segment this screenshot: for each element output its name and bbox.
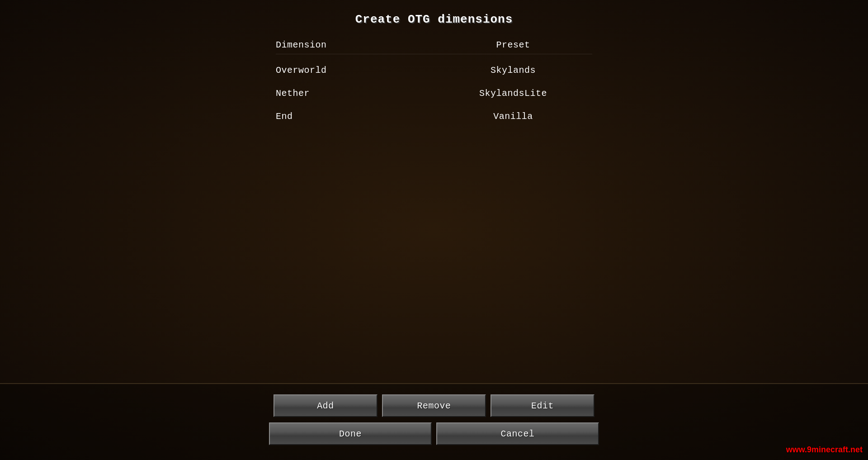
table-row[interactable]: Nether SkylandsLite: [276, 82, 592, 105]
add-button[interactable]: Add: [274, 394, 377, 417]
bottom-section: Add Remove Edit Done Cancel: [0, 383, 868, 460]
done-button[interactable]: Done: [269, 422, 432, 445]
page-wrapper: Create OTG dimensions Dimension Preset O…: [0, 0, 868, 460]
remove-button[interactable]: Remove: [382, 394, 486, 417]
dimension-end: End: [276, 111, 434, 122]
preset-end: Vanilla: [434, 111, 592, 122]
dimension-nether: Nether: [276, 88, 434, 99]
edit-button[interactable]: Edit: [491, 394, 594, 417]
preset-overworld: Skylands: [434, 65, 592, 76]
table-row[interactable]: Overworld Skylands: [276, 59, 592, 82]
table-header: Dimension Preset: [276, 40, 592, 50]
dimension-overworld: Overworld: [276, 65, 434, 76]
table-row[interactable]: End Vanilla: [276, 105, 592, 128]
watermark: www.9minecraft.net: [786, 445, 863, 455]
table-divider: [276, 54, 592, 54]
cancel-button[interactable]: Cancel: [436, 422, 599, 445]
action-buttons-row: Add Remove Edit: [274, 394, 594, 417]
dimensions-table: Dimension Preset Overworld Skylands Neth…: [276, 40, 592, 128]
preset-nether: SkylandsLite: [434, 88, 592, 99]
dimension-column-header: Dimension: [276, 40, 434, 50]
preset-column-header: Preset: [434, 40, 592, 50]
page-title: Create OTG dimensions: [355, 13, 513, 26]
nav-buttons-row: Done Cancel: [269, 422, 599, 445]
